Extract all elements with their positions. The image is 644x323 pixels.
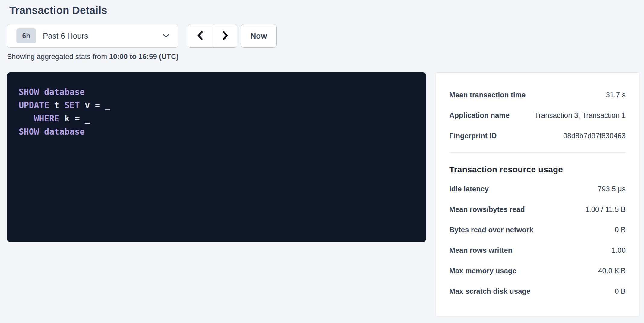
sql-keyword: database xyxy=(44,87,85,97)
row-value: 0 B xyxy=(615,226,626,234)
resource-usage-rows: Idle latency793.5 µsMean rows/bytes read… xyxy=(449,179,626,302)
sql-text xyxy=(39,127,44,137)
row-label: Mean transaction time xyxy=(449,91,532,99)
prev-time-button[interactable] xyxy=(188,24,213,47)
row-label: Mean rows/bytes read xyxy=(449,205,531,214)
sql-text xyxy=(39,87,44,97)
aggregation-note-prefix: Showing aggregated stats from xyxy=(7,52,109,61)
summary-row: Fingerprint ID08d8b7d97f830463 xyxy=(449,126,626,146)
sql-text: k = _ xyxy=(59,114,90,124)
resource-usage-heading: Transaction resource usage xyxy=(449,165,626,174)
transaction-details-page: Transaction Details 6h Past 6 Hours xyxy=(0,0,644,317)
sql-keyword: database xyxy=(44,127,85,137)
row-label: Mean rows written xyxy=(449,246,518,255)
time-range-label: Past 6 Hours xyxy=(43,31,88,41)
row-label: Max memory usage xyxy=(449,267,522,275)
sql-keyword: SHOW xyxy=(19,127,39,137)
sql-line: UPDATE t SET v = _ xyxy=(19,99,417,112)
row-value: 0 B xyxy=(615,287,626,296)
row-value: 31.7 s xyxy=(606,91,626,99)
chevron-right-icon xyxy=(222,30,228,42)
sql-keyword: UPDATE xyxy=(19,100,49,110)
row-value: 793.5 µs xyxy=(598,185,626,193)
row-label: Idle latency xyxy=(449,185,495,193)
sql-statement-box: SHOW databaseUPDATE t SET v = _ WHERE k … xyxy=(7,72,426,242)
summary-row: Max scratch disk usage0 B xyxy=(449,281,626,302)
time-controls: 6h Past 6 Hours xyxy=(7,24,644,48)
time-nav-group xyxy=(188,24,237,48)
summary-row: Max memory usage40.0 KiB xyxy=(449,261,626,281)
summary-row: Bytes read over network0 B xyxy=(449,220,626,240)
sql-line: WHERE k = _ xyxy=(19,112,417,125)
row-label: Max scratch disk usage xyxy=(449,287,536,296)
sql-line: SHOW database xyxy=(19,125,417,139)
main-content: SHOW databaseUPDATE t SET v = _ WHERE k … xyxy=(7,72,644,317)
row-value: 1.00 / 11.5 B xyxy=(585,205,626,214)
row-label: Bytes read over network xyxy=(449,226,539,234)
summary-row: Mean rows/bytes read1.00 / 11.5 B xyxy=(449,199,626,220)
sql-line: SHOW database xyxy=(19,86,417,99)
transaction-summary-card: Mean transaction time31.7 sApplication n… xyxy=(435,72,639,317)
row-value: 1.00 xyxy=(611,246,626,255)
summary-row: Idle latency793.5 µs xyxy=(449,179,626,199)
next-time-button[interactable] xyxy=(213,24,237,47)
time-range-select[interactable]: 6h Past 6 Hours xyxy=(7,24,178,48)
summary-top-rows: Mean transaction time31.7 sApplication n… xyxy=(449,85,626,146)
sql-keyword: WHERE xyxy=(34,114,59,124)
sql-keyword: SHOW xyxy=(19,87,39,97)
aggregation-note-range: 10:00 to 16:59 (UTC) xyxy=(109,52,179,61)
summary-row: Mean transaction time31.7 s xyxy=(449,85,626,105)
sql-text: v = _ xyxy=(80,100,110,110)
card-divider xyxy=(449,152,626,153)
row-label: Application name xyxy=(449,111,516,120)
sql-keyword: SET xyxy=(65,100,80,110)
chevron-down-icon xyxy=(163,34,169,38)
summary-row: Application nameTransaction 3, Transacti… xyxy=(449,105,626,126)
row-value: 08d8b7d97f830463 xyxy=(563,132,626,140)
now-button[interactable]: Now xyxy=(241,24,277,48)
sql-text: t xyxy=(49,100,65,110)
sql-text xyxy=(19,114,34,124)
time-range-badge: 6h xyxy=(16,28,36,43)
row-value: Transaction 3, Transaction 1 xyxy=(535,111,626,120)
row-label: Fingerprint ID xyxy=(449,132,503,140)
row-value: 40.0 KiB xyxy=(598,267,626,275)
aggregation-range-note: Showing aggregated stats from 10:00 to 1… xyxy=(7,52,644,61)
page-title: Transaction Details xyxy=(9,4,644,16)
chevron-left-icon xyxy=(197,30,204,42)
summary-row: Mean rows written1.00 xyxy=(449,240,626,261)
sql-code: SHOW databaseUPDATE t SET v = _ WHERE k … xyxy=(19,86,417,139)
